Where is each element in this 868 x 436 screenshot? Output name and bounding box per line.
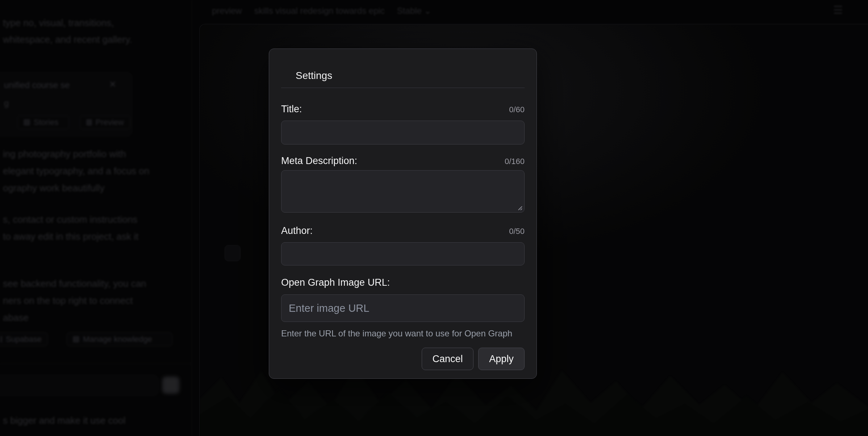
dialog-divider [281,88,525,88]
meta-description-counter: 0/160 [505,156,525,167]
title-input[interactable] [281,121,525,144]
title-field-row: Title: 0/60 [281,103,525,116]
title-label: Title: [281,103,302,115]
app-window: preview skills visual redesign towards e… [0,0,868,436]
apply-button[interactable]: Apply [478,348,525,370]
dialog-actions: Cancel Apply [281,348,525,370]
cancel-button[interactable]: Cancel [422,348,473,370]
meta-field-row: Meta Description: 0/160 [281,155,525,167]
dialog-title: Settings [296,69,525,82]
settings-dialog: Settings Title: 0/60 Meta Description: 0… [269,49,537,379]
og-image-url-label: Open Graph Image URL: [281,277,390,288]
author-label: Author: [281,225,313,236]
og-image-url-input[interactable] [281,294,525,322]
author-input[interactable] [281,242,525,265]
og-field-row: Open Graph Image URL: [281,277,525,288]
title-counter: 0/60 [509,104,525,116]
author-field-row: Author: 0/50 [281,225,525,237]
meta-description-label: Meta Description: [281,155,357,167]
og-helper-text: Enter the URL of the image you want to u… [281,328,525,339]
meta-description-textarea[interactable] [281,170,525,213]
author-counter: 0/50 [509,226,525,237]
